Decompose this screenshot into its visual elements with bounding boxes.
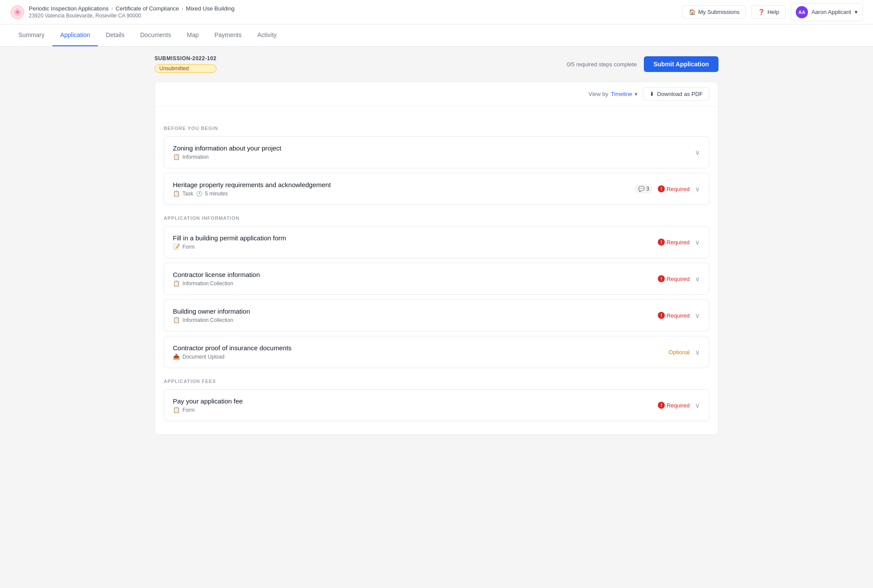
help-icon: ❓ [758,9,765,15]
card-row-building-owner[interactable]: Building owner information 📋 Information… [164,300,709,331]
comment-count: 3 [646,186,650,192]
card-sub-app-fee: 📋 Form [173,407,243,413]
view-by-value: Timeline [611,91,632,97]
submission-bar: SUBMISSION-2022-102 Unsubmitted 0/5 requ… [155,55,718,73]
breadcrumb: Periodic Inspection Applications › Certi… [29,5,234,12]
card-contractor-license: Contractor license information 📋 Informa… [164,263,709,295]
card-sub-zoning: 📋 Information [173,154,281,160]
app-header: 🌸 Periodic Inspection Applications › Cer… [0,0,873,24]
card-sub-contractor-insurance: 📤 Document Upload [173,353,292,360]
chevron-icon-contractor: ∨ [695,275,700,283]
svg-text:🌸: 🌸 [13,8,22,16]
doc-upload-icon: 📤 [173,353,180,360]
required-label-owner: Required [667,312,690,319]
card-app-fee: Pay your application fee 📋 Form ! Requir… [164,389,709,421]
nav-tabs: Summary Application Details Documents Ma… [0,24,873,47]
card-sublabel-zoning: Information [182,154,209,160]
card-left-zoning: Zoning information about your project 📋 … [173,144,281,160]
required-badge-permit-form: ! Required [658,239,690,246]
card-title-building-owner: Building owner information [173,308,250,315]
section-label-app-info: APPLICATION INFORMATION [164,215,709,221]
card-left-building-owner: Building owner information 📋 Information… [173,308,250,323]
card-sub-building-owner: 📋 Information Collection [173,317,250,323]
fee-form-icon: 📋 [173,407,180,413]
submission-info: SUBMISSION-2022-102 Unsubmitted [155,55,217,73]
required-dot: ! [658,185,665,192]
sections-container: BEFORE YOU BEGIN Zoning information abou… [155,106,718,434]
view-bar: View by Timeline ▾ ⬇ Download as PDF [155,82,718,106]
tab-payments[interactable]: Payments [206,24,249,46]
required-badge-contractor: ! Required [658,275,690,282]
submit-application-button[interactable]: Submit Application [644,56,718,72]
submission-actions: 0/5 required steps complete Submit Appli… [567,56,718,72]
card-zoning-info: Zoning information about your project 📋 … [164,136,709,168]
card-title-zoning: Zoning information about your project [173,144,281,152]
card-contractor-insurance: Contractor proof of insurance documents … [164,336,709,368]
card-time-heritage: 5 minutes [205,191,228,197]
avatar: AA [796,6,808,18]
required-label-fee: Required [667,402,690,409]
required-badge-owner: ! Required [658,312,690,319]
user-name: Aaron Applicant [811,9,851,15]
tab-activity[interactable]: Activity [250,24,285,46]
form-icon: 📝 [173,243,180,250]
breadcrumb-item-2[interactable]: Certificate of Compliance [116,5,179,12]
comment-badge-heritage: 💬 3 [635,185,653,193]
header-address: 23920 Valencia Boulevarde, Roseville CA … [29,13,234,19]
card-row-contractor-license[interactable]: Contractor license information 📋 Informa… [164,263,709,294]
breadcrumb-item-3[interactable]: Mixed Use Building [186,5,234,12]
card-row-app-fee[interactable]: Pay your application fee 📋 Form ! Requir… [164,390,709,421]
card-sublabel-permit-form: Form [182,244,195,250]
card-left-permit-form: Fill in a building permit application fo… [173,234,286,250]
tab-application[interactable]: Application [52,24,98,46]
download-icon: ⬇ [650,91,654,97]
required-label-contractor: Required [667,276,690,282]
card-permit-form: Fill in a building permit application fo… [164,226,709,258]
optional-badge-insurance: Optional [669,349,690,356]
download-pdf-button[interactable]: ⬇ Download as PDF [643,87,709,101]
main-content: SUBMISSION-2022-102 Unsubmitted 0/5 requ… [144,47,729,444]
required-label: Required [667,186,690,192]
tab-map[interactable]: Map [179,24,206,46]
chevron-icon-owner: ∨ [695,311,700,320]
card-right-app-fee: ! Required ∨ [658,401,700,410]
card-row-permit-form[interactable]: Fill in a building permit application fo… [164,226,709,258]
card-sub-permit-form: 📝 Form [173,243,286,250]
chevron-icon-form: ∨ [695,238,700,246]
help-label: Help [767,9,779,15]
tab-details[interactable]: Details [98,24,132,46]
card-title-contractor-insurance: Contractor proof of insurance documents [173,344,292,352]
required-badge-heritage: ! Required [658,185,690,192]
my-submissions-label: My Submissions [698,9,740,15]
card-title-heritage: Heritage property requirements and ackno… [173,181,331,188]
header-right: 🏠 My Submissions ❓ Help AA Aaron Applica… [682,3,863,21]
card-row-zoning[interactable]: Zoning information about your project 📋 … [164,137,709,168]
required-dot-form: ! [658,239,665,246]
required-dot-contractor: ! [658,275,665,282]
tab-documents[interactable]: Documents [132,24,179,46]
card-title-contractor-license: Contractor license information [173,271,260,278]
required-dot-owner: ! [658,312,665,319]
breadcrumb-item-1[interactable]: Periodic Inspection Applications [29,5,109,12]
card-title-permit-form: Fill in a building permit application fo… [173,234,286,242]
comment-icon: 💬 [638,186,645,192]
required-dot-fee: ! [658,402,665,409]
card-left-contractor-license: Contractor license information 📋 Informa… [173,271,260,287]
submission-status-badge: Unsubmitted [155,64,217,73]
download-label: Download as PDF [657,91,703,97]
chevron-down-icon: ▾ [855,9,858,15]
header-meta: Periodic Inspection Applications › Certi… [29,5,234,19]
home-icon: 🏠 [689,9,696,15]
help-button[interactable]: ❓ Help [751,5,786,19]
user-menu-button[interactable]: AA Aaron Applicant ▾ [791,3,863,21]
my-submissions-button[interactable]: 🏠 My Submissions [682,5,746,19]
steps-complete-text: 0/5 required steps complete [567,61,637,68]
card-right-permit-form: ! Required ∨ [658,238,700,246]
card-right-contractor-insurance: Optional ∨ [669,348,700,356]
info-collection-icon-1: 📋 [173,280,180,287]
card-row-contractor-insurance[interactable]: Contractor proof of insurance documents … [164,336,709,368]
card-row-heritage[interactable]: Heritage property requirements and ackno… [164,173,709,205]
view-by-prefix: View by [588,91,608,97]
view-by-control[interactable]: View by Timeline ▾ [588,91,638,97]
tab-summary[interactable]: Summary [10,24,52,46]
